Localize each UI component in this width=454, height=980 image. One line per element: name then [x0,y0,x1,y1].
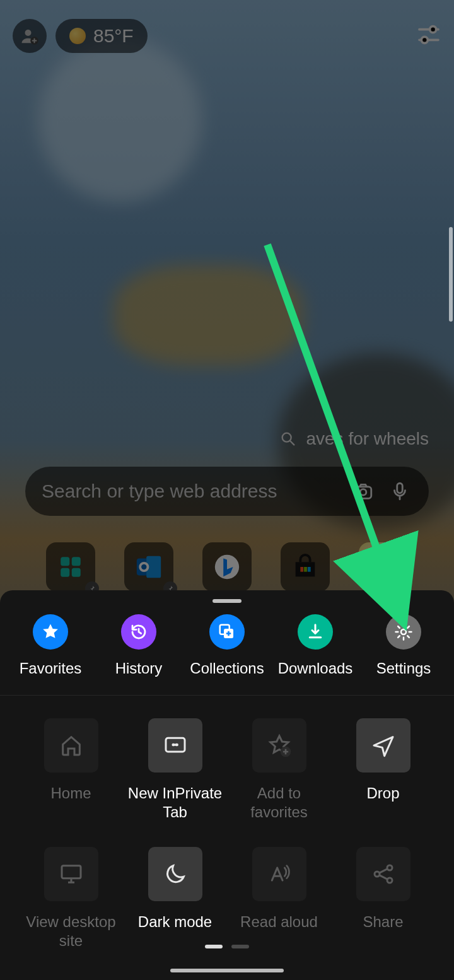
share-action[interactable]: Share [331,847,435,950]
read-aloud-icon [267,861,292,887]
action-tile [252,847,306,901]
overflow-menu-sheet: FavoritesHistoryCollectionsDownloadsSett… [0,590,454,980]
page-indicator [0,945,454,948]
primary-circle [33,614,68,650]
home-action[interactable]: Home [19,718,123,822]
desktop-site-action[interactable]: View desktop site [19,847,123,950]
action-label: Add to favorites [227,784,331,822]
add-favorites-action[interactable]: Add to favorites [227,718,331,822]
page-dot-2[interactable] [231,945,249,948]
download-icon [306,622,325,641]
action-tile [356,847,410,901]
downloads-button[interactable]: Downloads [271,614,359,677]
action-tile [252,718,306,773]
action-label: New InPrivate Tab [123,784,227,822]
action-tile [148,718,202,773]
gesture-bar[interactable] [170,969,284,972]
settings-button[interactable]: Settings [359,614,448,677]
primary-label: Downloads [278,660,353,677]
share-icon [371,861,396,887]
primary-circle [386,614,421,650]
action-label: Drop [366,784,399,822]
inprivate-icon [163,733,188,758]
primary-label: History [115,660,163,677]
moon-icon [163,861,188,887]
sheet-drag-handle[interactable] [212,599,242,603]
primary-circle [298,614,333,650]
desktop-icon [59,861,84,887]
action-label: Home [50,784,91,822]
page-dot-1[interactable] [205,945,223,948]
primary-label: Settings [376,660,431,677]
send-icon [371,733,396,758]
action-tile [44,718,98,773]
action-tile [44,847,98,901]
action-tile [148,847,202,901]
drop-action[interactable]: Drop [331,718,435,822]
collections-icon [218,622,236,641]
primary-label: Favorites [20,660,82,677]
read-aloud-action[interactable]: Read aloud [227,847,331,950]
home-icon [59,733,84,758]
primary-label: Collections [190,660,264,677]
action-tile [356,718,410,773]
new-inprivate-action[interactable]: New InPrivate Tab [123,718,227,822]
primary-circle [209,614,245,650]
star-plus-icon [267,733,292,758]
history-button[interactable]: History [95,614,183,677]
gear-icon [394,622,413,641]
scroll-indicator [449,227,453,322]
browser-home-screen: 85°F aves for wheels Search or type web … [0,0,454,980]
history-icon [129,622,148,641]
dark-mode-action[interactable]: Dark mode [123,847,227,950]
primary-circle [121,614,156,650]
favorites-button[interactable]: Favorites [6,614,95,677]
collections-button[interactable]: Collections [183,614,271,677]
star-icon [41,622,60,641]
